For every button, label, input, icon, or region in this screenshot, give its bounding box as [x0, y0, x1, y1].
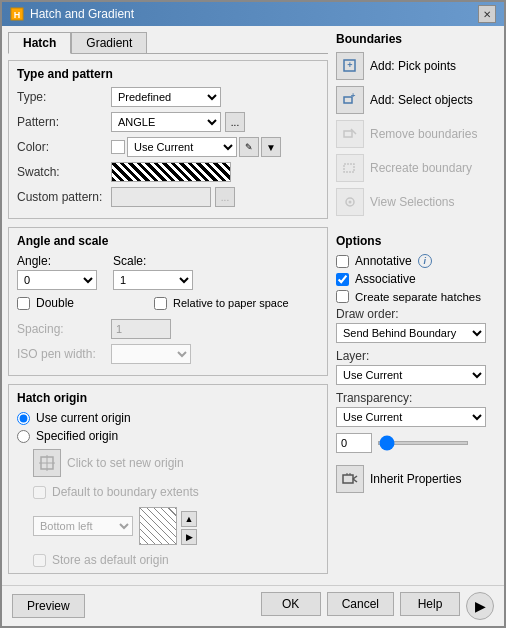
custom-ellipsis-button[interactable]: ...	[215, 187, 235, 207]
spacing-label: Spacing:	[17, 322, 107, 336]
pattern-select[interactable]: ANGLE	[111, 112, 221, 132]
app-icon: H	[10, 7, 24, 21]
specified-origin-radio[interactable]	[17, 430, 30, 443]
hatch-origin-section: Hatch origin Use current origin Specifie…	[8, 384, 328, 574]
arrow-right-button[interactable]: ▶	[181, 529, 197, 545]
color-edit-button[interactable]: ✎	[239, 137, 259, 157]
color-label: Color:	[17, 140, 107, 154]
add-pick-icon-btn: +	[336, 52, 364, 80]
recreate-label: Recreate boundary	[370, 161, 472, 175]
svg-rect-9	[344, 131, 352, 137]
draw-order-label: Draw order:	[336, 307, 498, 321]
remove-label: Remove boundaries	[370, 127, 477, 141]
bottom-left-select[interactable]: Bottom left	[33, 516, 133, 536]
type-pattern-title: Type and pattern	[17, 67, 319, 81]
remove-action[interactable]: Remove boundaries	[336, 120, 498, 148]
type-pattern-section: Type and pattern Type: Predefined Patter…	[8, 60, 328, 219]
use-current-origin-radio[interactable]	[17, 412, 30, 425]
associative-checkbox[interactable]	[336, 273, 349, 286]
scale-select[interactable]: 1	[113, 270, 193, 290]
view-action[interactable]: View Selections	[336, 188, 498, 216]
inherit-icon	[342, 471, 358, 487]
left-panel: Hatch Gradient Type and pattern Type: Pr…	[8, 32, 328, 579]
color-dropdown-button[interactable]: ▼	[261, 137, 281, 157]
transparency-slider[interactable]	[378, 441, 468, 445]
transparency-select[interactable]: Use Current	[336, 407, 486, 427]
spacing-input[interactable]	[111, 319, 171, 339]
hatch-origin-title: Hatch origin	[17, 391, 319, 405]
recreate-icon	[342, 160, 358, 176]
view-icon	[342, 194, 358, 210]
pattern-label: Pattern:	[17, 115, 107, 129]
info-icon[interactable]: i	[418, 254, 432, 268]
swatch-display	[111, 162, 231, 182]
add-pick-label: Add: Pick points	[370, 59, 456, 73]
more-button[interactable]: ▶	[466, 592, 494, 620]
transparency-label: Transparency:	[336, 391, 498, 405]
close-button[interactable]: ✕	[478, 5, 496, 23]
tab-hatch[interactable]: Hatch	[8, 32, 71, 54]
add-pick-icon: +	[342, 58, 358, 74]
recreate-action[interactable]: Recreate boundary	[336, 154, 498, 182]
relative-checkbox[interactable]	[154, 297, 167, 310]
pattern-ellipsis-button[interactable]: ...	[225, 112, 245, 132]
store-default-checkbox[interactable]	[33, 554, 46, 567]
footer: Preview OK Cancel Help ▶	[2, 585, 504, 626]
default-extents-checkbox[interactable]	[33, 486, 46, 499]
svg-text:+: +	[347, 60, 352, 70]
color-swatch-box	[111, 140, 125, 154]
click-origin-button[interactable]: Click to set new origin	[33, 449, 319, 477]
layer-select[interactable]: Use Current	[336, 365, 486, 385]
svg-rect-14	[343, 475, 353, 483]
tab-gradient[interactable]: Gradient	[71, 32, 147, 53]
specified-label: Specified origin	[36, 429, 118, 443]
add-select-action[interactable]: + Add: Select objects	[336, 86, 498, 114]
iso-label: ISO pen width:	[17, 347, 107, 361]
color-select[interactable]: Use Current	[127, 137, 237, 157]
help-button[interactable]: Help	[400, 592, 460, 616]
view-icon-btn	[336, 188, 364, 216]
ok-button[interactable]: OK	[261, 592, 321, 616]
store-default-label: Store as default origin	[52, 553, 169, 567]
titlebar: H Hatch and Gradient ✕	[2, 2, 504, 26]
relative-label: Relative to paper space	[173, 297, 289, 309]
inherit-icon-btn[interactable]	[336, 465, 364, 493]
boundaries-section: Boundaries + Add: Pick points +	[336, 32, 498, 222]
svg-point-13	[349, 201, 352, 204]
type-select[interactable]: Predefined	[111, 87, 221, 107]
svg-text:H: H	[14, 10, 21, 20]
inherit-section: Inherit Properties	[336, 465, 498, 493]
preview-button[interactable]: Preview	[12, 594, 85, 618]
right-panel: Boundaries + Add: Pick points +	[336, 32, 498, 579]
double-checkbox[interactable]	[17, 297, 30, 310]
add-pick-action[interactable]: + Add: Pick points	[336, 52, 498, 80]
origin-icon	[39, 455, 55, 471]
dialog-window: H Hatch and Gradient ✕ Hatch Gradient Ty…	[0, 0, 506, 628]
custom-pattern-input[interactable]	[111, 187, 211, 207]
options-title: Options	[336, 234, 498, 248]
arrow-up-button[interactable]: ▲	[181, 511, 197, 527]
click-origin-label: Click to set new origin	[67, 456, 184, 470]
remove-icon	[342, 126, 358, 142]
origin-inner: Click to set new origin Default to bound…	[33, 449, 319, 567]
scale-label: Scale:	[113, 254, 193, 268]
cancel-button[interactable]: Cancel	[327, 592, 394, 616]
inherit-label: Inherit Properties	[370, 472, 461, 486]
angle-scale-section: Angle and scale Angle: 0 Scale: 1	[8, 227, 328, 376]
create-separate-label: Create separate hatches	[355, 291, 481, 303]
annotative-checkbox[interactable]	[336, 255, 349, 268]
svg-rect-11	[344, 164, 354, 172]
create-separate-checkbox[interactable]	[336, 290, 349, 303]
associative-label: Associative	[355, 272, 416, 286]
type-label: Type:	[17, 90, 107, 104]
draw-order-select[interactable]: Send Behind Boundary	[336, 323, 486, 343]
origin-icon-btn	[33, 449, 61, 477]
angle-select[interactable]: 0	[17, 270, 97, 290]
add-select-icon-btn: +	[336, 86, 364, 114]
hatch-thumbnail	[139, 507, 177, 545]
layer-label: Layer:	[336, 349, 498, 363]
transparency-input[interactable]: 0	[336, 433, 372, 453]
origin-radio-group: Use current origin Specified origin	[17, 411, 319, 443]
iso-select[interactable]	[111, 344, 191, 364]
add-select-label: Add: Select objects	[370, 93, 473, 107]
